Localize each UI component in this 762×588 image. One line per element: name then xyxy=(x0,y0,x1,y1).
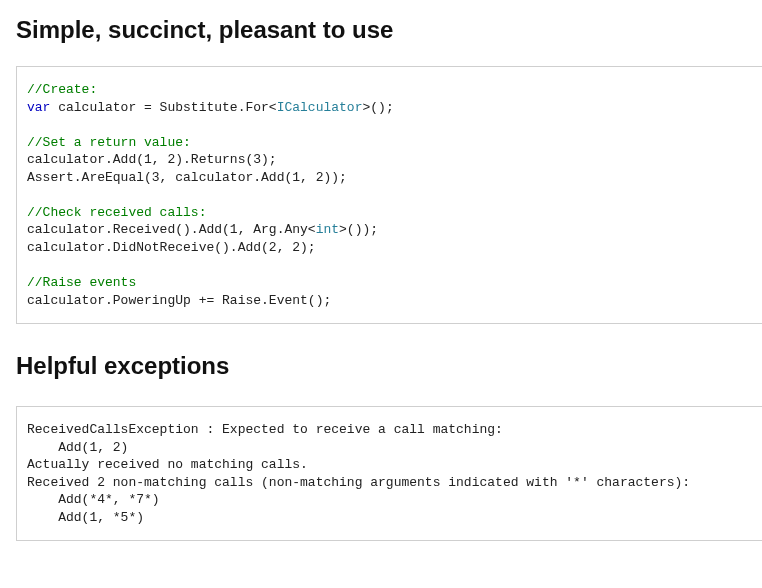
code-type: ICalculator xyxy=(277,100,363,115)
code-comment: //Create: xyxy=(27,82,97,97)
code-text: calculator.PoweringUp += Raise.Event(); xyxy=(27,293,331,308)
code-text: Assert.AreEqual(3, calculator.Add(1, 2))… xyxy=(27,170,347,185)
code-text: >()); xyxy=(339,222,378,237)
code-text: calculator.DidNotReceive().Add(2, 2); xyxy=(27,240,316,255)
exception-output: ReceivedCallsException : Expected to rec… xyxy=(16,406,762,541)
code-example-1: //Create: var calculator = Substitute.Fo… xyxy=(16,66,762,324)
code-text: >(); xyxy=(362,100,393,115)
section-heading-exceptions: Helpful exceptions xyxy=(16,352,762,380)
code-comment: //Raise events xyxy=(27,275,136,290)
code-comment: //Set a return value: xyxy=(27,135,191,150)
code-comment: //Check received calls: xyxy=(27,205,206,220)
code-text: calculator.Add(1, 2).Returns(3); xyxy=(27,152,277,167)
section-heading-simple: Simple, succinct, pleasant to use xyxy=(16,16,762,44)
code-type: int xyxy=(316,222,339,237)
code-text: calculator = Substitute.For< xyxy=(50,100,276,115)
code-text: calculator.Received().Add(1, Arg.Any< xyxy=(27,222,316,237)
code-keyword: var xyxy=(27,100,50,115)
